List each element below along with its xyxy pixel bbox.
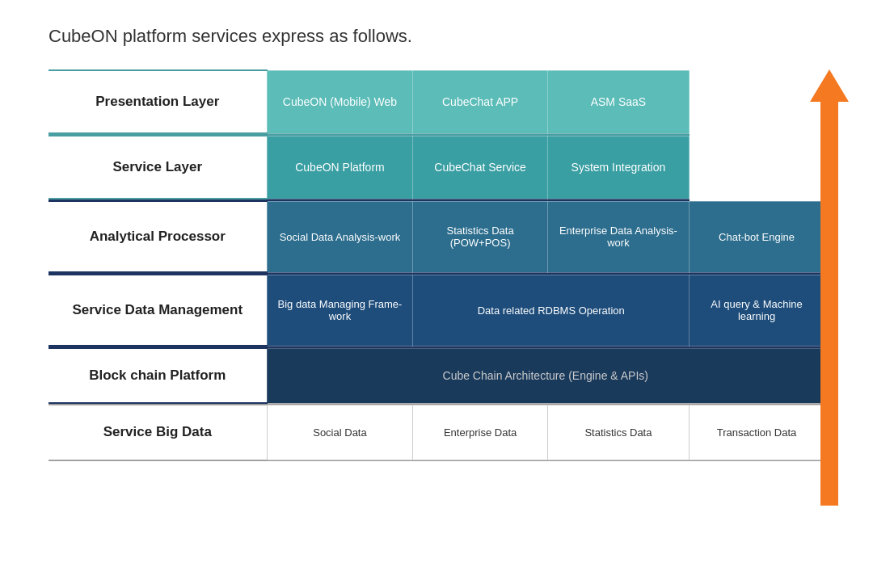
table-row: Service Big Data Social Data Enterprise … — [48, 405, 824, 460]
diagram-wrapper: Presentation Layer CubeON (Mobile) Web C… — [48, 69, 824, 461]
divider-gray-bottom — [48, 460, 824, 461]
cell-chatbot-engine: Chat-bot Engine — [690, 201, 824, 272]
page-container: CubeON platform services express as foll… — [0, 0, 873, 588]
arrow-shaft — [820, 102, 838, 506]
label-analytical: Analytical Processor — [48, 201, 267, 272]
cell-bigdata-managing: Big data Managing Frame-work — [267, 275, 413, 346]
services-table: Presentation Layer CubeON (Mobile) Web C… — [48, 69, 824, 461]
up-arrow — [810, 69, 849, 506]
label-service: Service Layer — [48, 136, 267, 199]
cell-social-data-analysis: Social Data Analysis-work — [267, 201, 413, 272]
table-row: Service Data Management Big data Managin… — [48, 275, 824, 346]
cell-cubechat-service: CubeChat Service — [413, 136, 547, 199]
label-bigdata: Service Big Data — [48, 405, 267, 460]
label-presentation: Presentation Layer — [48, 70, 267, 133]
cell-statistics-data-pow: Statistics Data (POW+POS) — [413, 201, 547, 272]
table-row: Presentation Layer CubeON (Mobile) Web C… — [48, 70, 824, 133]
table-row: Analytical Processor Social Data Analysi… — [48, 201, 824, 272]
table-row: Block chain Platform Cube Chain Architec… — [48, 348, 824, 403]
cell-enterprise-data-analysis: Enterprise Data Analysis-work — [547, 201, 689, 272]
cell-asm-saas: ASM SaaS — [547, 70, 689, 133]
arrow-head-icon — [810, 69, 849, 102]
cell-transaction-data: Transaction Data — [690, 405, 824, 460]
page-title: CubeON platform services express as foll… — [48, 26, 824, 47]
cell-ai-query: AI query & Machine learning — [690, 275, 824, 346]
cell-system-integration: System Integration — [547, 136, 689, 199]
cell-cubeon-mobile: CubeON (Mobile) Web — [267, 70, 413, 133]
cell-cube-chain: Cube Chain Architecture (Engine & APIs) — [267, 348, 824, 403]
cell-enterprise-data: Enterprise Data — [413, 405, 547, 460]
cell-cubechat-app: CubeChat APP — [413, 70, 547, 133]
cell-rdbms-operation: Data related RDBMS Operation — [413, 275, 690, 346]
label-sdm: Service Data Management — [48, 275, 267, 346]
cell-statistics-data: Statistics Data — [547, 405, 689, 460]
cell-cubeon-platform: CubeON Platform — [267, 136, 413, 199]
cell-social-data: Social Data — [267, 405, 413, 460]
label-blockchain: Block chain Platform — [48, 348, 267, 403]
table-row: Service Layer CubeON Platform CubeChat S… — [48, 136, 824, 199]
